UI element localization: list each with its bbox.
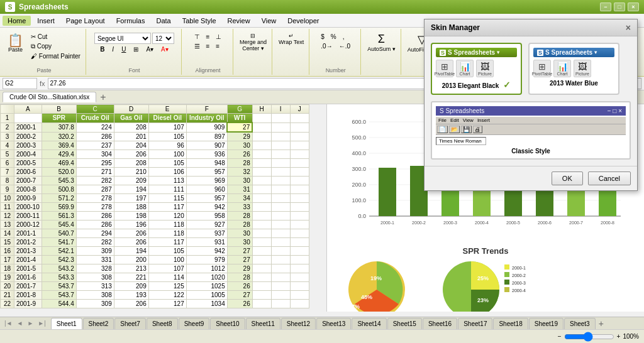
cell-b22[interactable]: 544.4 — [42, 300, 76, 308]
cell-g13[interactable]: 28 — [227, 220, 252, 229]
cell-a1[interactable] — [14, 114, 42, 123]
cell-h16[interactable] — [252, 247, 271, 256]
cell-i22[interactable] — [271, 300, 290, 308]
cell-d17[interactable]: 200 — [114, 256, 148, 264]
cell-a2[interactable]: 2000-1 — [14, 122, 42, 132]
sheet-tab-sheet11[interactable]: Sheet11 — [246, 318, 280, 329]
cell-j4[interactable] — [290, 141, 309, 150]
cell-i5[interactable] — [271, 150, 290, 159]
font-color-button[interactable]: A▾ — [158, 45, 171, 53]
menu-page-layout[interactable]: Page Layout — [61, 16, 110, 26]
cell-c6[interactable]: 295 — [76, 159, 114, 168]
cell-h20[interactable] — [252, 282, 271, 291]
cell-i3[interactable] — [271, 132, 290, 141]
cell-i19[interactable] — [271, 273, 290, 282]
cell-g16[interactable]: 27 — [227, 247, 252, 256]
cell-g19[interactable]: 28 — [227, 273, 252, 282]
cell-a20[interactable]: 2001-7 — [14, 282, 42, 291]
cell-b1[interactable]: SPR — [42, 114, 76, 123]
cell-f2[interactable]: 909 — [186, 122, 227, 132]
cell-i2[interactable] — [271, 122, 290, 132]
cell-e21[interactable]: 122 — [148, 291, 186, 300]
cell-h21[interactable] — [252, 291, 271, 300]
border-button[interactable]: ⊞ — [131, 45, 141, 53]
cell-g11[interactable]: 33 — [227, 203, 252, 212]
cell-h1[interactable] — [252, 114, 271, 123]
cell-b9[interactable]: 500.8 — [42, 185, 76, 194]
cell-c11[interactable]: 278 — [76, 203, 114, 212]
cell-d18[interactable]: 213 — [114, 264, 148, 273]
cell-a19[interactable]: 2001-6 — [14, 273, 42, 282]
cell-h18[interactable] — [252, 264, 271, 273]
cell-f12[interactable]: 958 — [186, 212, 227, 220]
cell-c12[interactable]: 286 — [76, 212, 114, 220]
cell-c14[interactable]: 294 — [76, 229, 114, 238]
cell-g5[interactable]: 26 — [227, 150, 252, 159]
cell-c20[interactable]: 313 — [76, 282, 114, 291]
menu-insert[interactable]: Insert — [32, 16, 60, 26]
cell-g2[interactable]: 27 — [227, 122, 252, 132]
underline-button[interactable]: U — [119, 45, 128, 53]
cell-e8[interactable]: 113 — [148, 177, 186, 185]
cell-i1[interactable] — [271, 114, 290, 123]
maximize-button[interactable]: □ — [614, 3, 625, 11]
zoom-slider[interactable] — [564, 334, 614, 339]
cell-i20[interactable] — [271, 282, 290, 291]
cell-c7[interactable]: 271 — [76, 168, 114, 177]
cell-h19[interactable] — [252, 273, 271, 282]
cell-d12[interactable]: 198 — [114, 212, 148, 220]
cell-j19[interactable] — [290, 273, 309, 282]
cell-i15[interactable] — [271, 238, 290, 247]
cut-button[interactable]: ✂ Cut — [28, 33, 83, 41]
cell-e18[interactable]: 107 — [148, 264, 186, 273]
cell-d5[interactable]: 206 — [114, 150, 148, 159]
cell-g3[interactable]: 29 — [227, 132, 252, 141]
copy-button[interactable]: ⧉ Copy — [28, 42, 83, 51]
cell-b12[interactable]: 561.3 — [42, 212, 76, 220]
cell-i9[interactable] — [271, 185, 290, 194]
cell-d3[interactable]: 201 — [114, 132, 148, 141]
cell-e19[interactable]: 114 — [148, 273, 186, 282]
currency-button[interactable]: $ — [318, 33, 327, 41]
cell-reference-input[interactable] — [3, 78, 37, 89]
cell-d20[interactable]: 209 — [114, 282, 148, 291]
cell-b20[interactable]: 543.7 — [42, 282, 76, 291]
cell-c22[interactable]: 309 — [76, 300, 114, 308]
cell-g1[interactable]: WTI — [227, 114, 252, 123]
cell-f19[interactable]: 1020 — [186, 273, 227, 282]
cell-f22[interactable]: 1034 — [186, 300, 227, 308]
cell-j16[interactable] — [290, 247, 309, 256]
cell-j2[interactable] — [290, 122, 309, 132]
cell-b3[interactable]: 320.2 — [42, 132, 76, 141]
align-right-button[interactable]: ≡ — [213, 42, 222, 50]
cell-b16[interactable]: 542.1 — [42, 247, 76, 256]
cell-e11[interactable]: 117 — [148, 203, 186, 212]
cell-j6[interactable] — [290, 159, 309, 168]
cell-e2[interactable]: 107 — [148, 122, 186, 132]
cell-b8[interactable]: 545.3 — [42, 177, 76, 185]
cell-d15[interactable]: 206 — [114, 238, 148, 247]
align-bottom-button[interactable]: ⊥ — [213, 33, 224, 41]
sheet-tab-sheet9[interactable]: Sheet9 — [179, 318, 210, 329]
cell-j1[interactable] — [290, 114, 309, 123]
cell-b6[interactable]: 469.4 — [42, 159, 76, 168]
cell-f14[interactable]: 937 — [186, 229, 227, 238]
sheet-tab-sheet1[interactable]: Sheet1 — [51, 318, 82, 329]
cell-d22[interactable]: 206 — [114, 300, 148, 308]
cell-c15[interactable]: 282 — [76, 238, 114, 247]
cell-g20[interactable]: 26 — [227, 282, 252, 291]
sheet-nav-first[interactable]: |◄ — [3, 320, 14, 327]
align-center-button[interactable]: ≡ — [204, 42, 213, 50]
cell-j12[interactable] — [290, 212, 309, 220]
cell-d7[interactable]: 210 — [114, 168, 148, 177]
cell-f16[interactable]: 942 — [186, 247, 227, 256]
cell-b11[interactable]: 569.9 — [42, 203, 76, 212]
cell-h13[interactable] — [252, 220, 271, 229]
menu-developer[interactable]: Developer — [282, 16, 324, 26]
merge-center-button[interactable]: ⊟ Merge and Center ▾ — [237, 30, 269, 53]
menu-view[interactable]: View — [257, 16, 282, 26]
cell-a13[interactable]: 2000-12 — [14, 220, 42, 229]
cell-i21[interactable] — [271, 291, 290, 300]
cell-j9[interactable] — [290, 185, 309, 194]
cell-b13[interactable]: 545.4 — [42, 220, 76, 229]
